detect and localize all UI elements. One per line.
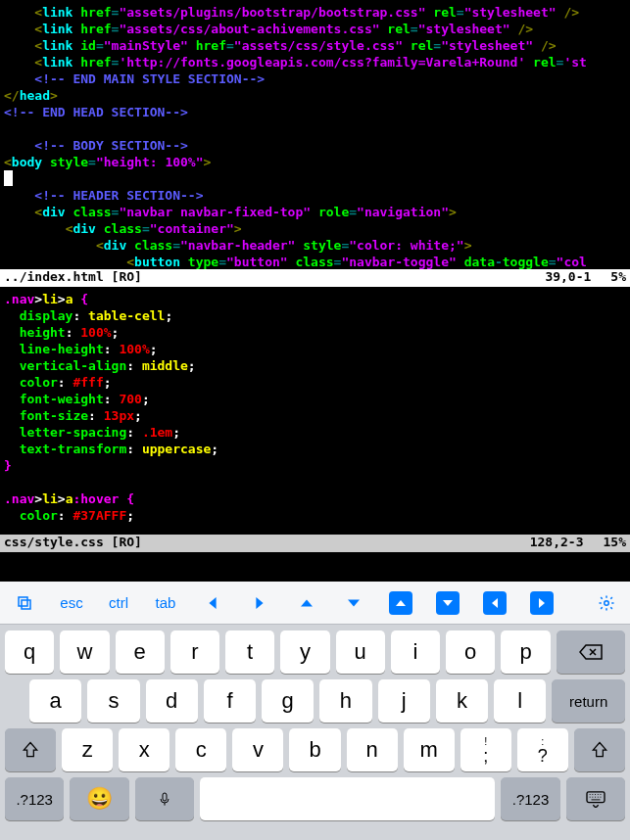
code-line: <div class="navbar navbar-fixed-top" rol… (0, 204, 630, 220)
key-row-3: zxcvbnm!;:? (0, 723, 630, 771)
editor-pane-html[interactable]: <link href="assets/plugins/bootstrap/boo… (0, 0, 630, 269)
key-u[interactable]: u (336, 630, 385, 674)
key-c[interactable]: c (175, 728, 226, 771)
code-line: <link href="assets/plugins/bootstrap/boo… (0, 4, 630, 21)
shift-key-left[interactable] (5, 728, 56, 771)
code-line: height: 100%; (0, 324, 630, 341)
key-o[interactable]: o (446, 630, 495, 674)
code-line: <body style="height: 100%"> (0, 154, 630, 170)
shift-key-right[interactable] (574, 728, 625, 771)
key-h[interactable]: h (319, 679, 371, 723)
code-line: <!-- END HEAD SECTION--> (0, 104, 630, 120)
code-line: color: #37AFFF; (0, 507, 630, 524)
code-line: font-weight: 700; (0, 391, 630, 407)
status-file-2: css/style.css [RO] (4, 535, 530, 552)
arrow-left-icon[interactable] (198, 597, 227, 609)
code-line (0, 474, 630, 490)
code-line: <!-- BODY SECTION--> (0, 137, 630, 154)
arrow-right-icon[interactable] (245, 597, 274, 609)
backspace-key[interactable] (557, 630, 625, 674)
key-;[interactable]: !; (460, 728, 511, 771)
status-pos-2: 128,2-3 (530, 535, 584, 552)
code-line: <link href='http://fonts.googleapis.com/… (0, 54, 630, 70)
key-m[interactable]: m (404, 728, 455, 771)
code-line: </head> (0, 87, 630, 104)
key-g[interactable]: g (262, 679, 314, 723)
key-i[interactable]: i (391, 630, 440, 674)
ctrl-key[interactable]: ctrl (104, 594, 133, 611)
key-e[interactable]: e (116, 630, 165, 674)
key-q[interactable]: q (5, 630, 54, 674)
page-down-icon[interactable] (433, 591, 462, 615)
virtual-keyboard: esc ctrl tab qwertyuiop asdfghjklreturn … (0, 582, 630, 840)
status-bar-2: css/style.css [RO] 128,2-3 15% (0, 535, 630, 552)
key-d[interactable]: d (146, 679, 198, 723)
key-t[interactable]: t (225, 630, 274, 674)
svg-rect-3 (163, 793, 167, 801)
status-file-1: ../index.html [RO] (4, 269, 545, 287)
key-n[interactable]: n (347, 728, 398, 771)
key-f[interactable]: f (204, 679, 256, 723)
home-icon[interactable] (480, 591, 509, 615)
code-line: <link href="assets/css/about-achivements… (0, 21, 630, 37)
code-line: letter-spacing: .1em; (0, 424, 630, 441)
status-bar-1: ../index.html [RO] 39,0-1 5% (0, 269, 630, 287)
code-line: <div class="navbar-header" style="color:… (0, 237, 630, 254)
code-line: text-transform: uppercase; (0, 441, 630, 457)
keyboard-toolbar: esc ctrl tab (0, 582, 630, 625)
code-line: <!-- END MAIN STYLE SECTION--> (0, 70, 630, 87)
key-y[interactable]: y (280, 630, 329, 674)
key-z[interactable]: z (62, 728, 113, 771)
key-b[interactable]: b (289, 728, 340, 771)
tab-key[interactable]: tab (151, 594, 180, 611)
svg-rect-0 (19, 597, 27, 606)
code-line: display: table-cell; (0, 307, 630, 324)
key-row-2: asdfghjklreturn (0, 674, 630, 723)
page-up-icon[interactable] (386, 591, 415, 615)
code-line (0, 120, 630, 137)
esc-key[interactable]: esc (57, 594, 86, 611)
status-pct-1: 5% (610, 269, 626, 287)
status-pct-2: 15% (604, 535, 626, 552)
command-line[interactable] (0, 552, 630, 582)
status-pos-1: 39,0-1 (545, 269, 591, 287)
code-line: <link id="mainStyle" href="assets/css/st… (0, 37, 630, 54)
key-w[interactable]: w (60, 630, 109, 674)
key-s[interactable]: s (87, 679, 139, 723)
end-icon[interactable] (527, 591, 557, 615)
code-line: line-height: 100%; (0, 341, 630, 357)
code-line: } (0, 457, 630, 474)
svg-point-2 (605, 600, 609, 605)
code-line: vertical-align: middle; (0, 357, 630, 374)
clipboard-icon[interactable] (10, 594, 39, 612)
emoji-key[interactable]: 😀 (70, 777, 128, 820)
code-line: <button type="button" class="navbar-togg… (0, 254, 630, 269)
key-r[interactable]: r (170, 630, 219, 674)
key-a[interactable]: a (29, 679, 81, 723)
gear-icon[interactable] (592, 594, 621, 612)
numkey-left[interactable]: .?123 (5, 777, 64, 820)
arrow-up-icon[interactable] (292, 597, 321, 609)
numkey-right[interactable]: .?123 (501, 777, 559, 820)
code-line: color: #fff; (0, 374, 630, 391)
code-line: <div class="container"> (0, 220, 630, 237)
space-key[interactable] (200, 777, 496, 820)
code-line (0, 170, 630, 187)
key-p[interactable]: p (501, 630, 550, 674)
dismiss-keyboard-key[interactable] (566, 777, 625, 820)
key-row-1: qwertyuiop (0, 625, 630, 674)
key-?[interactable]: :? (517, 728, 568, 771)
code-line: .nav>li>a:hover { (0, 490, 630, 507)
editor-pane-css[interactable]: .nav>li>a { display: table-cell; height:… (0, 287, 630, 535)
key-j[interactable]: j (378, 679, 430, 723)
key-x[interactable]: x (119, 728, 170, 771)
arrow-down-icon[interactable] (339, 597, 368, 609)
code-line: <!-- HEADER SECTION--> (0, 187, 630, 204)
key-v[interactable]: v (232, 728, 283, 771)
svg-rect-1 (22, 600, 30, 609)
return-key[interactable]: return (552, 679, 625, 723)
key-k[interactable]: k (436, 679, 488, 723)
key-row-4: .?123 😀 .?123 (0, 771, 630, 826)
key-l[interactable]: l (494, 679, 546, 723)
mic-key[interactable] (135, 777, 194, 820)
